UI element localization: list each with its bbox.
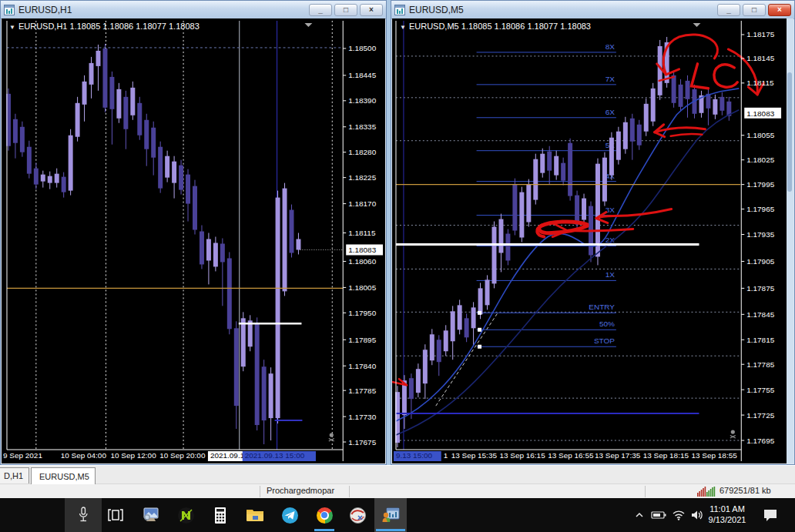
bull-candle	[165, 156, 169, 178]
bull-candle	[582, 199, 586, 220]
price-tick: 1.18115	[348, 229, 376, 237]
window-title: EURUSD,H1	[18, 5, 305, 15]
red-marker-stroke	[671, 134, 703, 136]
chrome-icon[interactable]	[307, 498, 341, 532]
price-tick: 1.17845	[746, 310, 774, 319]
divider	[645, 486, 646, 497]
taskbar-clock[interactable]: 11:01 AM 9/13/2021	[703, 504, 752, 525]
calculator-icon[interactable]	[203, 498, 237, 532]
line-handles	[478, 311, 481, 349]
account-name: Prochargedmopar	[267, 486, 334, 495]
horizontal-lines	[396, 185, 740, 413]
bear-candle	[193, 186, 197, 230]
bear-candle	[137, 103, 142, 136]
time-tick: 13 Sep 18:15	[643, 451, 689, 460]
time-tick: 2021.09.13 15:00	[245, 451, 305, 460]
tab-eurusd-m5[interactable]: EURUSD,M5	[31, 467, 96, 484]
chart-area-m5[interactable]: ▼EURUSD,M5 1.18085 1.18086 1.18077 1.180…	[392, 18, 793, 463]
bear-candle	[262, 366, 267, 420]
vertical-scrollbar[interactable]	[787, 18, 793, 463]
metatrader-icon[interactable]	[374, 498, 408, 532]
titlebar-m5[interactable]: EURUSD,M5 _ □ ×	[391, 1, 794, 19]
chart-area-h1[interactable]: ▼EURUSD,H1 1.18085 1.18086 1.18077 1.180…	[2, 18, 385, 463]
level-label: 1X	[605, 270, 616, 279]
bull-candle	[492, 227, 497, 284]
bear-candle	[27, 147, 32, 174]
current-price: 1.18083	[348, 246, 376, 254]
time-tick: 10 Sep 20:00	[159, 451, 206, 460]
scrollbar-thumb[interactable]	[787, 72, 792, 192]
current-price: 1.18083	[746, 109, 774, 118]
bull-candle	[498, 219, 503, 253]
bull-candle	[416, 369, 421, 393]
red-marker-stroke	[748, 87, 757, 95]
symbol-dropdown-icon[interactable]: ▼	[9, 24, 15, 31]
price-tick: 1.18335	[348, 122, 376, 131]
bear-candle	[686, 81, 690, 99]
candlestick-chart-m5[interactable]: 8X7X6X5X4X3X2X1XENTRY50%STOP1.181751.181…	[392, 18, 793, 463]
level-label: 50%	[599, 320, 615, 328]
ohlc-readout: ▼EURUSD,H1 1.18085 1.18086 1.18077 1.180…	[9, 22, 200, 31]
running-indicator	[314, 529, 334, 531]
titlebar-h1[interactable]: EURUSD,H1 _ □ ×	[1, 1, 386, 19]
time-tick: 13 Sep 15:35	[451, 451, 498, 460]
ninjatrader-icon[interactable]	[169, 498, 203, 532]
restore-button[interactable]: □	[743, 4, 766, 16]
bull-candle	[41, 175, 45, 182]
chart-markers	[693, 23, 736, 438]
microphone-icon[interactable]	[66, 498, 100, 532]
bull-candle	[471, 307, 476, 328]
price-tick: 1.17785	[348, 386, 376, 395]
bull-candle	[444, 330, 448, 351]
bull-candle	[713, 99, 717, 115]
bull-candle	[644, 104, 649, 132]
candles	[395, 37, 731, 447]
bear-candle	[200, 232, 204, 265]
level-label: 8X	[605, 42, 616, 51]
bear-candle	[186, 175, 190, 204]
traffic-counter: 679251/81 kb	[720, 486, 771, 495]
window-eurusd-h1: EURUSD,H1 _ □ × ▼EURUSD,H1 1.18085 1.180…	[0, 0, 387, 465]
chart-shift-marker	[693, 23, 701, 27]
time-scale: 9.13 15:00113 Sep 15:3513 Sep 16:1513 Se…	[394, 451, 737, 461]
desktop: EURUSD,H1 _ □ × ▼EURUSD,H1 1.18085 1.180…	[0, 0, 795, 532]
bull-candle	[75, 103, 80, 137]
notifications-icon[interactable]	[755, 498, 786, 532]
price-tick: 1.18060	[348, 257, 376, 266]
bear-candle	[720, 97, 724, 111]
bear-candle	[255, 323, 260, 425]
tab-eurusd-h1[interactable]: D,H1	[0, 467, 29, 483]
divider	[260, 486, 260, 497]
level-label: ENTRY	[589, 303, 615, 311]
price-tick: 1.17895	[348, 336, 376, 344]
restore-button[interactable]: □	[334, 4, 357, 16]
bear-candle	[179, 166, 183, 190]
file-explorer-icon[interactable]	[238, 498, 272, 532]
symbol-dropdown-icon[interactable]: ▼	[400, 24, 406, 31]
candlestick-chart-h1[interactable]: 1.185001.184451.183901.183351.182801.182…	[2, 18, 385, 463]
scroll-anchor-icon	[330, 433, 334, 437]
bear-candle	[34, 169, 39, 185]
snip-app-icon[interactable]	[340, 498, 374, 532]
price-tick: 1.17950	[348, 309, 376, 317]
bull-candle	[48, 176, 52, 183]
minimize-button[interactable]: _	[717, 4, 740, 16]
bear-candle	[13, 119, 18, 143]
bear-candle	[561, 163, 565, 181]
telegram-icon[interactable]	[273, 498, 307, 532]
close-button[interactable]: ×	[360, 4, 383, 16]
time-tick: 10 Sep 12:00	[110, 451, 156, 460]
scroll-anchor-icon	[731, 430, 735, 433]
task-view-icon[interactable]	[99, 498, 132, 532]
close-button[interactable]: ×	[768, 4, 791, 16]
red-marker-stroke	[663, 35, 717, 75]
minimize-button[interactable]: _	[309, 4, 332, 16]
photos-app-icon[interactable]	[134, 498, 168, 532]
chart-shift-marker	[304, 23, 312, 27]
moving-averages	[396, 89, 739, 435]
moving-average-line	[396, 89, 739, 421]
price-tick: 1.18025	[746, 156, 774, 164]
bull-candle	[478, 288, 483, 314]
window-eurusd-m5: EURUSD,M5 _ □ × ▼EURUSD,M5 1.18085 1.180…	[391, 0, 795, 465]
price-tick: 1.17675	[348, 438, 376, 447]
